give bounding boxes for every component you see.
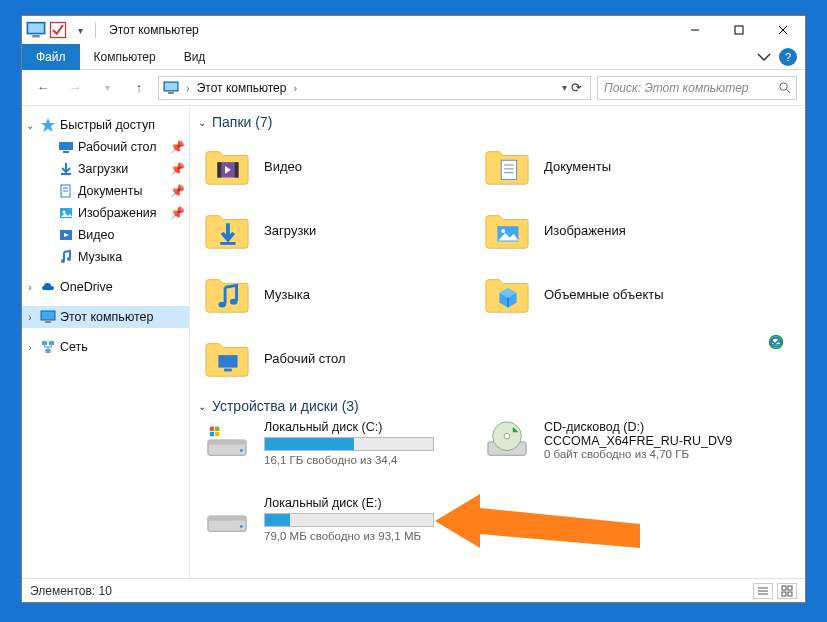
qat-icon[interactable]: [48, 20, 68, 40]
svg-rect-43: [224, 369, 232, 372]
content-pane[interactable]: ⌄ Папки (7) ВидеоДокументыЗагрузкиИзобра…: [190, 106, 805, 578]
forward-button[interactable]: →: [62, 75, 88, 101]
address-bar[interactable]: › Этот компьютер › ▾ ⟳: [158, 76, 591, 100]
explorer-window: ▾ Этот компьютер Файл Компьютер Вид ? ← …: [21, 15, 806, 603]
view-thumbnails-button[interactable]: [777, 583, 797, 599]
folder-label: Документы: [544, 159, 611, 174]
drives-grid: Локальный диск (С:)16,1 ГБ свободно из 3…: [190, 418, 805, 570]
drive-info: Локальный диск (Е:)79,0 МБ свободно из 9…: [264, 494, 482, 570]
drive-item[interactable]: Локальный диск (С:)16,1 ГБ свободно из 3…: [202, 418, 482, 494]
svg-rect-2: [32, 35, 40, 38]
caret-icon[interactable]: ⌄: [24, 120, 36, 131]
folder-icon: [482, 208, 532, 252]
network-icon: [40, 339, 56, 355]
folder-icon: [202, 272, 252, 316]
chevron-down-icon[interactable]: ⌄: [198, 117, 206, 128]
folders-grid: ВидеоДокументыЗагрузкиИзображенияМузыкаО…: [190, 134, 805, 390]
up-button[interactable]: ↑: [126, 75, 152, 101]
status-text: Элементов: 10: [30, 584, 112, 598]
folder-label: Загрузки: [264, 223, 316, 238]
folder-icon: [202, 336, 252, 380]
svg-rect-65: [782, 592, 786, 596]
tree-item-downloads[interactable]: Загрузки📌: [40, 158, 189, 180]
folder-item[interactable]: Рабочий стол: [202, 326, 482, 390]
window-title: Этот компьютер: [103, 23, 673, 37]
body: ⌄ Быстрый доступ Рабочий стол📌 Загрузки📌…: [22, 106, 805, 578]
status-bar: Элементов: 10: [22, 578, 805, 602]
group-title: Устройства и диски (3): [212, 398, 359, 414]
folder-item[interactable]: Изображения: [482, 198, 762, 262]
folder-item[interactable]: Объемные объекты: [482, 262, 762, 326]
ribbon-expand-icon[interactable]: [755, 48, 773, 66]
view-details-button[interactable]: [753, 583, 773, 599]
star-icon: [40, 117, 56, 133]
close-button[interactable]: [761, 16, 805, 44]
search-icon[interactable]: [772, 81, 796, 94]
svg-rect-52: [215, 432, 219, 436]
drive-usage-bar: [264, 437, 434, 451]
folder-item[interactable]: Музыка: [202, 262, 482, 326]
svg-rect-49: [210, 427, 214, 431]
search-input[interactable]: [598, 81, 772, 95]
caret-icon[interactable]: ›: [24, 282, 36, 293]
group-header-folders[interactable]: ⌄ Папки (7): [190, 112, 805, 134]
pin-icon: 📌: [171, 140, 183, 154]
drive-item[interactable]: Локальный диск (Е:)79,0 МБ свободно из 9…: [202, 494, 482, 570]
this-pc-icon: [163, 80, 179, 96]
pictures-icon: [58, 205, 74, 221]
tree-item-pictures[interactable]: Изображения📌: [40, 202, 189, 224]
svg-rect-42: [218, 355, 237, 367]
tree-network[interactable]: › Сеть: [22, 336, 189, 358]
tree-this-pc[interactable]: › Этот компьютер: [22, 306, 189, 328]
drive-sub: 79,0 МБ свободно из 93,1 МБ: [264, 530, 482, 542]
cloud-icon: [40, 279, 56, 295]
svg-rect-3: [51, 23, 66, 38]
maximize-button[interactable]: [717, 16, 761, 44]
drive-icon: [202, 494, 252, 538]
tree-item-documents[interactable]: Документы📌: [40, 180, 189, 202]
tree-quick-access[interactable]: ⌄ Быстрый доступ: [22, 114, 189, 136]
svg-rect-26: [42, 341, 47, 345]
folder-item[interactable]: Документы: [482, 134, 762, 198]
svg-rect-25: [45, 321, 51, 323]
svg-rect-66: [788, 592, 792, 596]
chevron-down-icon[interactable]: ⌄: [198, 401, 206, 412]
search-box[interactable]: [597, 76, 797, 100]
recent-dropdown[interactable]: ▾: [94, 75, 120, 101]
navigation-bar: ← → ▾ ↑ › Этот компьютер › ▾ ⟳: [22, 70, 805, 106]
breadcrumb-segment[interactable]: Этот компьютер: [197, 81, 287, 95]
group-header-drives[interactable]: ⌄ Устройства и диски (3): [190, 396, 805, 418]
music-icon: [58, 249, 74, 265]
tree-item-videos[interactable]: Видео: [40, 224, 189, 246]
svg-line-12: [786, 89, 790, 93]
downloads-icon: [58, 161, 74, 177]
drive-item[interactable]: CD-дисковод (D:) CCCOMA_X64FRE_RU-RU_DV9…: [482, 418, 762, 494]
ribbon-tab-file[interactable]: Файл: [22, 44, 80, 70]
group-title: Папки (7): [212, 114, 272, 130]
drive-icon: [202, 418, 252, 462]
caret-icon[interactable]: ›: [24, 342, 36, 353]
folder-item[interactable]: Видео: [202, 134, 482, 198]
svg-rect-50: [215, 427, 219, 431]
documents-icon: [58, 183, 74, 199]
tree-onedrive[interactable]: › OneDrive: [22, 276, 189, 298]
ribbon-tab-computer[interactable]: Компьютер: [80, 44, 170, 70]
folder-icon: [482, 144, 532, 188]
folder-item[interactable]: Загрузки: [202, 198, 482, 262]
svg-rect-9: [165, 83, 177, 90]
qat-dropdown-icon[interactable]: ▾: [70, 20, 90, 40]
address-dropdown-icon[interactable]: ▾: [562, 82, 567, 93]
help-icon[interactable]: ?: [779, 48, 797, 66]
drive-info: Локальный диск (С:)16,1 ГБ свободно из 3…: [264, 418, 482, 494]
back-button[interactable]: ←: [30, 75, 56, 101]
caret-icon[interactable]: ›: [24, 312, 36, 323]
minimize-button[interactable]: [673, 16, 717, 44]
svg-rect-64: [788, 586, 792, 590]
breadcrumb-chevron[interactable]: ›: [290, 82, 300, 94]
refresh-icon[interactable]: ⟳: [571, 80, 582, 95]
tree-item-desktop[interactable]: Рабочий стол📌: [40, 136, 189, 158]
svg-rect-13: [59, 142, 73, 150]
breadcrumb-chevron[interactable]: ›: [183, 82, 193, 94]
tree-item-music[interactable]: Музыка: [40, 246, 189, 268]
ribbon-tab-view[interactable]: Вид: [170, 44, 220, 70]
